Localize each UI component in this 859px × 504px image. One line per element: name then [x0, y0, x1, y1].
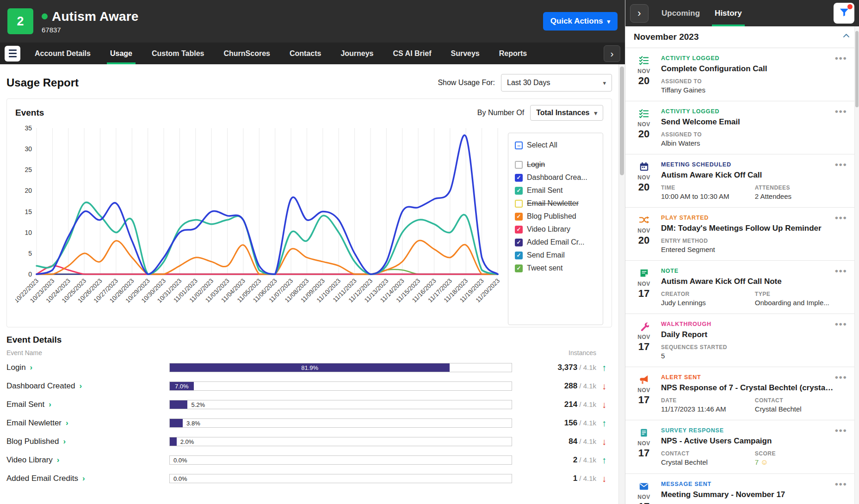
legend-item-login[interactable]: Login: [514, 158, 597, 171]
card-day: 20: [638, 234, 649, 246]
field-value: 10:00 AM to 10:30 AM: [661, 192, 752, 200]
activity-title: NPS - Active Users Campaign: [661, 436, 851, 446]
event-name-link[interactable]: Dashboard Created ›: [6, 381, 169, 391]
activity-card-autism-aware-kick-off-call[interactable]: NOV 20 MEETING SCHEDULED Autism Aware Ki…: [625, 154, 854, 208]
main-scrollbar[interactable]: [618, 64, 625, 504]
chevron-up-icon: [842, 31, 851, 43]
tab-upcoming[interactable]: Upcoming: [654, 0, 707, 26]
activity-title: NPS Response of 7 - Crystal Bechtel (cry…: [661, 383, 851, 393]
month-header[interactable]: November 2023: [625, 26, 859, 48]
card-field: SEQUENCES STARTED 5: [661, 344, 851, 360]
event-name-link[interactable]: Video Library ›: [6, 455, 169, 465]
activity-card-nps-active-users-campaign[interactable]: NOV 17 SURVEY RESPONSE NPS - Active User…: [625, 420, 854, 474]
more-options-button[interactable]: ●●●: [834, 161, 847, 168]
legend-item-tweet-sent[interactable]: ✓Tweet sent: [514, 262, 597, 275]
legend-item-video-library[interactable]: ✓Video Library: [514, 223, 597, 236]
tab-history[interactable]: History: [707, 0, 749, 26]
activity-card-send-welcome-email[interactable]: NOV 20 ACTIVITY LOGGED Send Welcome Emai…: [625, 101, 854, 154]
more-options-button[interactable]: ●●●: [834, 427, 847, 434]
activity-card-dm-today-s-meetings-follow-up-reminder[interactable]: NOV 20 PLAY STARTED DM: Today's Meetings…: [625, 208, 854, 261]
instances-value: 3,373 / 4.1k: [517, 363, 596, 372]
activity-title: Send Welcome Email: [661, 117, 851, 127]
activity-type-label: ACTIVITY LOGGED: [661, 55, 851, 61]
field-value: Crystal Bechtel: [755, 405, 851, 413]
card-field: ATTENDEES 2 Attendees: [752, 184, 851, 200]
event-name-link[interactable]: Login ›: [6, 363, 169, 372]
legend-item-added-email-cr[interactable]: ✓Added Email Cr...: [514, 236, 597, 249]
legend-item-blog-published[interactable]: ✓Blog Published: [514, 210, 597, 223]
nav-item-usage[interactable]: Usage: [100, 43, 142, 64]
legend-item-send-email[interactable]: ✓Send Email: [514, 249, 597, 262]
activity-card-nps-response-of-7-crystal-bechtel-crystal-b[interactable]: NOV 17 ALERT SENT NPS Response of 7 - Cr…: [625, 367, 854, 420]
legend-item-email-sent[interactable]: ✓Email Sent: [514, 184, 597, 197]
legend-item-email-newletter[interactable]: Email Newletter: [514, 197, 597, 210]
event-name: Email Newletter: [6, 418, 62, 428]
card-date: NOV 20: [633, 108, 655, 147]
more-options-button[interactable]: ●●●: [834, 55, 847, 61]
instances-value: 2 / 4.1k: [517, 455, 596, 465]
nav-item-contacts[interactable]: Contacts: [280, 43, 331, 64]
scrollbar-thumb[interactable]: [620, 67, 624, 175]
nav-item-custom-tables[interactable]: Custom Tables: [142, 43, 214, 64]
activity-type-label: PLAY STARTED: [661, 215, 851, 221]
nav-overflow-chevron-button[interactable]: ›: [604, 45, 620, 62]
card-month: NOV: [637, 121, 650, 128]
nav-item-account-details[interactable]: Account Details: [25, 43, 100, 64]
legend-item-dashboard-crea[interactable]: ✓Dashboard Crea...: [514, 171, 597, 184]
legend-label: Blog Published: [527, 212, 576, 221]
chevron-right-icon: ›: [30, 363, 33, 372]
card-field: DATE 11/17/2023 11:46 AM: [661, 397, 752, 413]
activity-card-daily-report[interactable]: NOV 17 WALKTHROUGH Daily Report SEQUENCE…: [625, 314, 854, 367]
more-options-button[interactable]: ●●●: [834, 108, 847, 115]
instances-count: 2: [573, 455, 577, 464]
field-label: CONTACT: [755, 397, 851, 404]
nav-item-cs-ai-brief[interactable]: CS AI Brief: [383, 43, 441, 64]
nav-item-churnscores[interactable]: ChurnScores: [214, 43, 279, 64]
filter-button[interactable]: [834, 3, 854, 24]
more-options-button[interactable]: ●●●: [834, 374, 847, 381]
event-name-link[interactable]: Blog Published ›: [6, 437, 169, 446]
show-usage-for-label: Show Usage For:: [438, 79, 495, 87]
quick-actions-button[interactable]: Quick Actions ▾: [543, 12, 618, 31]
account-logo-badge: 2: [7, 8, 33, 34]
nav-item-surveys[interactable]: Surveys: [441, 43, 489, 64]
events-chart-svg: 0510152025303510/22/202310/23/202310/24/…: [15, 122, 501, 320]
metric-select[interactable]: Total Instances ▾: [530, 105, 603, 121]
card-field: CONTACT Crystal Bechtel: [661, 450, 752, 467]
metric-value: Total Instances: [536, 109, 589, 117]
chevron-right-icon: ›: [66, 418, 68, 428]
period-select[interactable]: Last 30 Days ▾: [501, 74, 612, 92]
instances-bar: 0.0%: [169, 455, 512, 465]
card-day: 17: [638, 394, 649, 406]
event-name-link[interactable]: Email Sent ›: [6, 400, 169, 409]
instances-total: / 4.1k: [579, 474, 596, 482]
legend-select-all[interactable]: – Select All: [514, 139, 597, 152]
field-value: Crystal Bechtel: [661, 458, 752, 466]
activity-card-autism-aware-kick-off-call-note[interactable]: NOV 17 NOTE Autism Aware Kick Off Call N…: [625, 261, 854, 314]
instances-count: 1: [573, 474, 577, 483]
event-name-link[interactable]: Email Newletter ›: [6, 418, 169, 428]
more-options-button[interactable]: ●●●: [834, 320, 847, 327]
bar-percent-label: 0.0%: [173, 475, 187, 483]
scrollbar-thumb[interactable]: [855, 31, 859, 107]
more-options-button[interactable]: ●●●: [834, 267, 847, 274]
svg-text:15: 15: [25, 208, 32, 215]
event-name: Email Sent: [6, 400, 44, 409]
checkbox-indeterminate-icon: –: [515, 141, 523, 149]
card-day: 20: [638, 128, 649, 140]
event-name-link[interactable]: Added Email Credits ›: [6, 474, 169, 483]
sidebar-scrollbar[interactable]: [854, 26, 859, 504]
card-day: 17: [638, 447, 649, 459]
instances-bar: 3.8%: [169, 418, 512, 428]
activity-type-label: WALKTHROUGH: [661, 321, 851, 327]
more-options-button[interactable]: ●●●: [834, 214, 847, 221]
hamburger-menu-button[interactable]: [5, 46, 20, 61]
activity-card-meeting-summary-november-17[interactable]: NOV 17 MESSAGE SENT Meeting Summary - No…: [625, 474, 854, 504]
nav-item-journeys[interactable]: Journeys: [331, 43, 383, 64]
nav-item-reports[interactable]: Reports: [489, 43, 537, 64]
activity-card-complete-configuration-call[interactable]: NOV 20 ACTIVITY LOGGED Complete Configur…: [625, 48, 854, 101]
more-options-button[interactable]: ●●●: [834, 480, 847, 487]
sidebar-collapse-button[interactable]: ›: [630, 4, 649, 23]
instances-count: 156: [564, 418, 577, 427]
field-label: ATTENDEES: [755, 184, 851, 191]
